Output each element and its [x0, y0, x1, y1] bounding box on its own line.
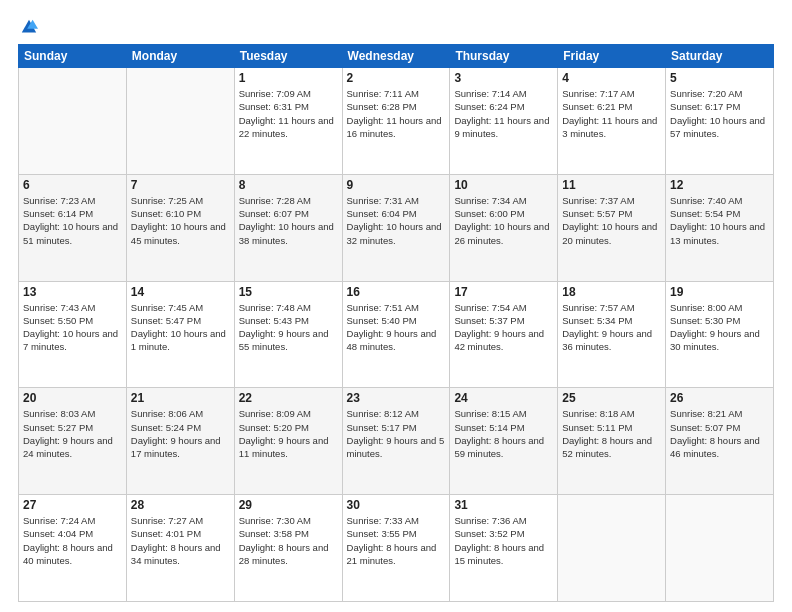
- day-number: 5: [670, 71, 769, 85]
- day-cell: 17Sunrise: 7:54 AM Sunset: 5:37 PM Dayli…: [450, 281, 558, 388]
- day-cell: 29Sunrise: 7:30 AM Sunset: 3:58 PM Dayli…: [234, 495, 342, 602]
- header-cell-sunday: Sunday: [19, 45, 127, 68]
- header-row: SundayMondayTuesdayWednesdayThursdayFrid…: [19, 45, 774, 68]
- day-cell: 12Sunrise: 7:40 AM Sunset: 5:54 PM Dayli…: [666, 174, 774, 281]
- day-cell: 4Sunrise: 7:17 AM Sunset: 6:21 PM Daylig…: [558, 68, 666, 175]
- day-cell: 9Sunrise: 7:31 AM Sunset: 6:04 PM Daylig…: [342, 174, 450, 281]
- day-info: Sunrise: 7:23 AM Sunset: 6:14 PM Dayligh…: [23, 194, 122, 247]
- day-number: 14: [131, 285, 230, 299]
- day-cell: 3Sunrise: 7:14 AM Sunset: 6:24 PM Daylig…: [450, 68, 558, 175]
- day-number: 4: [562, 71, 661, 85]
- day-number: 19: [670, 285, 769, 299]
- day-cell: 18Sunrise: 7:57 AM Sunset: 5:34 PM Dayli…: [558, 281, 666, 388]
- day-number: 23: [347, 391, 446, 405]
- day-number: 27: [23, 498, 122, 512]
- calendar: SundayMondayTuesdayWednesdayThursdayFrid…: [18, 44, 774, 602]
- day-cell: 27Sunrise: 7:24 AM Sunset: 4:04 PM Dayli…: [19, 495, 127, 602]
- day-number: 24: [454, 391, 553, 405]
- day-number: 16: [347, 285, 446, 299]
- page: SundayMondayTuesdayWednesdayThursdayFrid…: [0, 0, 792, 612]
- logo-icon: [20, 18, 38, 36]
- day-cell: 2Sunrise: 7:11 AM Sunset: 6:28 PM Daylig…: [342, 68, 450, 175]
- day-cell: 28Sunrise: 7:27 AM Sunset: 4:01 PM Dayli…: [126, 495, 234, 602]
- day-number: 22: [239, 391, 338, 405]
- day-number: 18: [562, 285, 661, 299]
- day-info: Sunrise: 8:06 AM Sunset: 5:24 PM Dayligh…: [131, 407, 230, 460]
- day-info: Sunrise: 7:57 AM Sunset: 5:34 PM Dayligh…: [562, 301, 661, 354]
- day-info: Sunrise: 7:45 AM Sunset: 5:47 PM Dayligh…: [131, 301, 230, 354]
- day-cell: [126, 68, 234, 175]
- day-cell: [558, 495, 666, 602]
- header-cell-saturday: Saturday: [666, 45, 774, 68]
- day-cell: 11Sunrise: 7:37 AM Sunset: 5:57 PM Dayli…: [558, 174, 666, 281]
- header-cell-wednesday: Wednesday: [342, 45, 450, 68]
- day-info: Sunrise: 7:51 AM Sunset: 5:40 PM Dayligh…: [347, 301, 446, 354]
- day-info: Sunrise: 7:27 AM Sunset: 4:01 PM Dayligh…: [131, 514, 230, 567]
- day-info: Sunrise: 7:36 AM Sunset: 3:52 PM Dayligh…: [454, 514, 553, 567]
- day-info: Sunrise: 7:54 AM Sunset: 5:37 PM Dayligh…: [454, 301, 553, 354]
- day-info: Sunrise: 7:20 AM Sunset: 6:17 PM Dayligh…: [670, 87, 769, 140]
- day-info: Sunrise: 7:28 AM Sunset: 6:07 PM Dayligh…: [239, 194, 338, 247]
- day-number: 3: [454, 71, 553, 85]
- day-info: Sunrise: 7:37 AM Sunset: 5:57 PM Dayligh…: [562, 194, 661, 247]
- day-info: Sunrise: 7:40 AM Sunset: 5:54 PM Dayligh…: [670, 194, 769, 247]
- day-info: Sunrise: 8:21 AM Sunset: 5:07 PM Dayligh…: [670, 407, 769, 460]
- day-number: 28: [131, 498, 230, 512]
- week-row-1: 1Sunrise: 7:09 AM Sunset: 6:31 PM Daylig…: [19, 68, 774, 175]
- day-cell: 5Sunrise: 7:20 AM Sunset: 6:17 PM Daylig…: [666, 68, 774, 175]
- day-info: Sunrise: 8:09 AM Sunset: 5:20 PM Dayligh…: [239, 407, 338, 460]
- day-info: Sunrise: 8:00 AM Sunset: 5:30 PM Dayligh…: [670, 301, 769, 354]
- day-cell: 10Sunrise: 7:34 AM Sunset: 6:00 PM Dayli…: [450, 174, 558, 281]
- day-info: Sunrise: 7:25 AM Sunset: 6:10 PM Dayligh…: [131, 194, 230, 247]
- day-number: 11: [562, 178, 661, 192]
- day-info: Sunrise: 7:48 AM Sunset: 5:43 PM Dayligh…: [239, 301, 338, 354]
- day-number: 8: [239, 178, 338, 192]
- day-cell: 16Sunrise: 7:51 AM Sunset: 5:40 PM Dayli…: [342, 281, 450, 388]
- day-info: Sunrise: 7:24 AM Sunset: 4:04 PM Dayligh…: [23, 514, 122, 567]
- header-cell-thursday: Thursday: [450, 45, 558, 68]
- day-number: 25: [562, 391, 661, 405]
- week-row-2: 6Sunrise: 7:23 AM Sunset: 6:14 PM Daylig…: [19, 174, 774, 281]
- day-cell: 23Sunrise: 8:12 AM Sunset: 5:17 PM Dayli…: [342, 388, 450, 495]
- day-cell: 8Sunrise: 7:28 AM Sunset: 6:07 PM Daylig…: [234, 174, 342, 281]
- day-info: Sunrise: 7:11 AM Sunset: 6:28 PM Dayligh…: [347, 87, 446, 140]
- day-cell: 15Sunrise: 7:48 AM Sunset: 5:43 PM Dayli…: [234, 281, 342, 388]
- day-number: 12: [670, 178, 769, 192]
- header-cell-tuesday: Tuesday: [234, 45, 342, 68]
- day-cell: 1Sunrise: 7:09 AM Sunset: 6:31 PM Daylig…: [234, 68, 342, 175]
- day-cell: 6Sunrise: 7:23 AM Sunset: 6:14 PM Daylig…: [19, 174, 127, 281]
- day-info: Sunrise: 8:18 AM Sunset: 5:11 PM Dayligh…: [562, 407, 661, 460]
- day-cell: 7Sunrise: 7:25 AM Sunset: 6:10 PM Daylig…: [126, 174, 234, 281]
- day-info: Sunrise: 8:15 AM Sunset: 5:14 PM Dayligh…: [454, 407, 553, 460]
- day-number: 6: [23, 178, 122, 192]
- day-number: 30: [347, 498, 446, 512]
- header-cell-monday: Monday: [126, 45, 234, 68]
- day-number: 26: [670, 391, 769, 405]
- day-info: Sunrise: 7:30 AM Sunset: 3:58 PM Dayligh…: [239, 514, 338, 567]
- day-number: 10: [454, 178, 553, 192]
- day-number: 17: [454, 285, 553, 299]
- day-number: 7: [131, 178, 230, 192]
- day-cell: 26Sunrise: 8:21 AM Sunset: 5:07 PM Dayli…: [666, 388, 774, 495]
- day-number: 21: [131, 391, 230, 405]
- day-cell: 25Sunrise: 8:18 AM Sunset: 5:11 PM Dayli…: [558, 388, 666, 495]
- day-number: 15: [239, 285, 338, 299]
- day-cell: [19, 68, 127, 175]
- day-cell: 24Sunrise: 8:15 AM Sunset: 5:14 PM Dayli…: [450, 388, 558, 495]
- day-cell: [666, 495, 774, 602]
- day-cell: 21Sunrise: 8:06 AM Sunset: 5:24 PM Dayli…: [126, 388, 234, 495]
- day-cell: 14Sunrise: 7:45 AM Sunset: 5:47 PM Dayli…: [126, 281, 234, 388]
- day-cell: 19Sunrise: 8:00 AM Sunset: 5:30 PM Dayli…: [666, 281, 774, 388]
- header: [18, 18, 774, 36]
- day-info: Sunrise: 7:09 AM Sunset: 6:31 PM Dayligh…: [239, 87, 338, 140]
- day-number: 20: [23, 391, 122, 405]
- day-number: 13: [23, 285, 122, 299]
- day-cell: 13Sunrise: 7:43 AM Sunset: 5:50 PM Dayli…: [19, 281, 127, 388]
- day-info: Sunrise: 7:33 AM Sunset: 3:55 PM Dayligh…: [347, 514, 446, 567]
- day-number: 29: [239, 498, 338, 512]
- day-number: 1: [239, 71, 338, 85]
- day-number: 9: [347, 178, 446, 192]
- day-cell: 30Sunrise: 7:33 AM Sunset: 3:55 PM Dayli…: [342, 495, 450, 602]
- day-info: Sunrise: 7:34 AM Sunset: 6:00 PM Dayligh…: [454, 194, 553, 247]
- day-info: Sunrise: 8:03 AM Sunset: 5:27 PM Dayligh…: [23, 407, 122, 460]
